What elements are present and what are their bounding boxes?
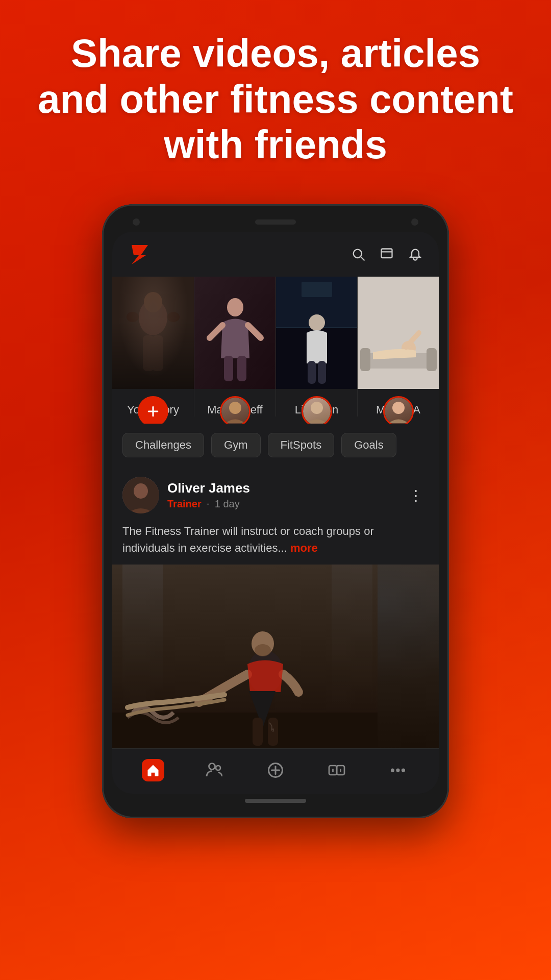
home-indicator: [245, 799, 306, 803]
svg-rect-13: [152, 335, 163, 371]
hero-section: Share videos, articles and other fitness…: [31, 31, 520, 168]
phone-bottom-bar: [112, 794, 439, 808]
svg-point-59: [391, 769, 394, 772]
search-icon[interactable]: [349, 245, 367, 263]
svg-point-38: [392, 402, 405, 414]
svg-point-6: [139, 300, 167, 335]
filter-fitspots[interactable]: FitSpots: [268, 433, 335, 457]
filter-row: Challenges Gym FitSpots Goals: [112, 424, 439, 467]
post-badge: Trainer: [167, 498, 202, 510]
filter-goals[interactable]: Goals: [341, 433, 396, 457]
app-logo: [127, 241, 153, 267]
story-image-2: [194, 277, 276, 389]
lisa-avatar: [303, 398, 331, 424]
post-header: Oliver James Trainer - 1 day ⋮: [112, 468, 439, 523]
story-avatar-martyn: [220, 396, 251, 424]
post-more-link[interactable]: more: [290, 542, 318, 554]
martyn-avatar: [221, 398, 249, 424]
stories-row: Your Story: [112, 277, 439, 424]
post-meta: Trainer - 1 day: [167, 498, 395, 510]
story-avatar-marina: [383, 396, 414, 424]
svg-rect-29: [308, 361, 316, 384]
svg-rect-8: [128, 315, 138, 319]
svg-rect-3: [382, 249, 392, 258]
marina-avatar: [385, 398, 412, 424]
more-icon: [387, 759, 409, 781]
filter-challenges[interactable]: Challenges: [122, 433, 204, 457]
post-time: 1 day: [215, 498, 240, 510]
svg-point-11: [167, 312, 180, 322]
post-avatar: [122, 477, 159, 513]
svg-rect-48: [253, 718, 263, 746]
svg-rect-35: [427, 348, 437, 371]
story-image-1: [112, 277, 194, 389]
svg-point-7: [144, 292, 162, 312]
plus-icon: [145, 404, 161, 419]
svg-marker-0: [132, 245, 148, 264]
training-image: [112, 565, 378, 748]
speaker-bar: [255, 219, 296, 225]
post-card: Oliver James Trainer - 1 day ⋮ The Fitne…: [112, 468, 439, 748]
hero-title: Share videos, articles and other fitness…: [31, 31, 520, 168]
nav-add[interactable]: [254, 757, 297, 783]
svg-point-50: [209, 764, 215, 770]
post-username: Oliver James: [167, 480, 395, 496]
post-separator: -: [207, 499, 210, 509]
svg-point-61: [402, 769, 405, 772]
svg-point-60: [397, 769, 399, 772]
svg-rect-43: [332, 565, 372, 707]
svg-rect-30: [318, 361, 326, 384]
post-user-info: Oliver James Trainer - 1 day: [167, 480, 395, 510]
story-lisa[interactable]: Lisa Ben: [276, 277, 357, 416]
nav-more[interactable]: [377, 757, 419, 783]
phone-notch: [112, 214, 439, 232]
story-marina[interactable]: Marina A: [357, 277, 439, 416]
nav-groups[interactable]: [315, 757, 358, 783]
bell-icon[interactable]: [406, 245, 424, 263]
chat-icon[interactable]: [378, 245, 396, 263]
svg-point-23: [229, 402, 241, 414]
svg-rect-9: [168, 315, 179, 319]
people-icon: [203, 759, 226, 781]
phone-mockup: Your Story: [102, 204, 449, 818]
svg-rect-5: [112, 277, 194, 389]
svg-line-2: [361, 257, 364, 260]
svg-rect-34: [360, 348, 370, 371]
svg-rect-42: [122, 565, 163, 707]
svg-rect-12: [143, 335, 154, 371]
svg-point-47: [255, 644, 271, 656]
bottom-nav: [112, 748, 439, 794]
story-avatar-lisa: [302, 396, 332, 424]
svg-point-10: [127, 312, 139, 322]
svg-point-28: [309, 314, 325, 331]
post-text: The Fitness Trainer will instruct or coa…: [112, 523, 439, 565]
post-image: [112, 565, 439, 748]
svg-rect-32: [358, 277, 439, 389]
add-icon: [264, 759, 287, 781]
filter-gym[interactable]: Gym: [211, 433, 260, 457]
sensor-dot: [411, 218, 418, 226]
post-more-button[interactable]: ⋮: [403, 484, 429, 506]
story-martyn[interactable]: Martyn Jeff: [194, 277, 276, 416]
story-add-button[interactable]: [138, 396, 168, 424]
story-image-4: [358, 277, 439, 389]
logo-icon: [127, 241, 153, 267]
groups-icon: [325, 759, 348, 781]
camera-dot: [133, 218, 140, 226]
svg-point-40: [134, 483, 148, 499]
header-icons: [349, 245, 424, 263]
svg-rect-27: [302, 282, 332, 297]
svg-point-51: [216, 766, 220, 770]
post-avatar-image: [122, 477, 159, 513]
story-your[interactable]: Your Story: [112, 277, 194, 416]
svg-rect-20: [237, 356, 246, 381]
nav-home[interactable]: [132, 757, 174, 783]
app-header: [112, 232, 439, 277]
svg-point-31: [311, 402, 323, 414]
phone-screen: Your Story: [112, 232, 439, 794]
story-image-3: [276, 277, 358, 389]
svg-point-18: [227, 298, 243, 316]
home-icon: [142, 759, 164, 781]
svg-rect-19: [224, 356, 233, 381]
nav-people[interactable]: [193, 757, 236, 783]
